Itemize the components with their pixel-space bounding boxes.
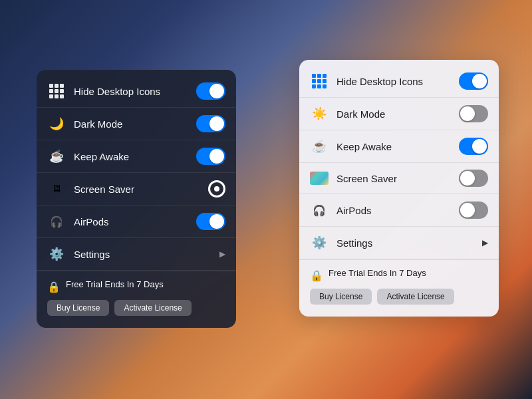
light-dark-mode-label: Dark Mode	[336, 108, 459, 120]
light-airpods-toggle[interactable]	[459, 201, 488, 219]
gear-light-icon: ⚙️	[310, 233, 329, 252]
dark-screen-saver-row: 🖥 Screen Saver	[37, 173, 236, 205]
light-hide-desktop-toggle[interactable]	[459, 72, 488, 90]
grid-icon	[47, 82, 66, 100]
dark-screen-saver-radio[interactable]	[208, 180, 225, 198]
dark-dark-mode-label: Dark Mode	[74, 118, 196, 130]
dark-keep-awake-toggle[interactable]	[196, 148, 225, 165]
light-hide-desktop-label: Hide Desktop Icons	[336, 76, 459, 87]
moon-icon: 🌙	[47, 114, 66, 133]
dark-panel: Hide Desktop Icons 🌙 Dark Mode ☕ Keep Aw…	[37, 70, 236, 328]
light-screen-saver-label: Screen Saver	[336, 173, 459, 184]
monitor-icon: 🖥	[47, 180, 66, 198]
dark-hide-desktop-label: Hide Desktop Icons	[74, 86, 196, 97]
light-keep-awake-label: Keep Awake	[336, 141, 459, 152]
light-settings-row[interactable]: ⚙️ Settings ▶	[299, 227, 499, 259]
light-trial-section: 🔒 Free Trial Ends In 7 Days Buy License …	[299, 259, 499, 311]
light-hide-desktop-row: Hide Desktop Icons	[299, 65, 499, 98]
dark-hide-desktop-row: Hide Desktop Icons	[37, 75, 236, 108]
gear-dark-icon: ⚙️	[47, 245, 66, 263]
airpods-dark-icon: 🎧	[47, 212, 66, 231]
dark-settings-label: Settings	[74, 249, 219, 260]
grid-light-icon	[310, 72, 329, 90]
dark-settings-chevron: ▶	[219, 249, 225, 259]
dark-hide-desktop-toggle[interactable]	[196, 82, 225, 100]
airpods-light-icon: 🎧	[310, 201, 329, 219]
dark-airpods-toggle[interactable]	[196, 213, 225, 230]
dark-airpods-row: 🎧 AirPods	[37, 205, 236, 238]
light-lock-icon: 🔒	[310, 269, 323, 282]
dark-trial-buttons: Buy License Activate License	[47, 300, 192, 316]
dark-keep-awake-label: Keep Awake	[74, 151, 196, 162]
light-trial-title: Free Trial Ends In 7 Days	[329, 268, 426, 278]
light-dark-mode-toggle[interactable]	[459, 105, 488, 122]
dark-buy-license-button[interactable]: Buy License	[47, 300, 109, 316]
dark-activate-license-button[interactable]: Activate License	[114, 300, 191, 316]
dark-keep-awake-row: ☕ Keep Awake	[37, 140, 236, 173]
coffee-icon: ☕	[47, 147, 66, 166]
light-keep-awake-toggle[interactable]	[459, 138, 488, 155]
dark-lock-icon: 🔒	[47, 281, 61, 293]
light-airpods-row: 🎧 AirPods	[299, 194, 499, 227]
light-trial-buttons: Buy License Activate License	[310, 289, 454, 305]
dark-trial-title: Free Trial Ends In 7 Days	[66, 279, 164, 289]
light-screen-saver-row: Screen Saver	[299, 163, 499, 194]
dark-screen-saver-label: Screen Saver	[74, 184, 208, 195]
light-dark-mode-row: ☀️ Dark Mode	[299, 98, 499, 130]
coffee-light-icon: ☕	[310, 137, 329, 156]
light-keep-awake-row: ☕ Keep Awake	[299, 130, 499, 163]
dark-dark-mode-row: 🌙 Dark Mode	[37, 108, 236, 140]
dark-trial-section: 🔒 Free Trial Ends In 7 Days Buy License …	[37, 271, 236, 323]
light-screen-saver-toggle[interactable]	[459, 170, 488, 187]
sun-icon: ☀️	[310, 104, 329, 123]
light-buy-license-button[interactable]: Buy License	[310, 289, 372, 305]
dark-airpods-label: AirPods	[74, 216, 196, 227]
dark-settings-row[interactable]: ⚙️ Settings ▶	[37, 238, 236, 271]
light-settings-label: Settings	[336, 237, 482, 249]
screen-saver-icon	[310, 172, 329, 185]
light-panel: Hide Desktop Icons ☀️ Dark Mode ☕ Keep A…	[299, 60, 499, 317]
light-settings-chevron: ▶	[482, 238, 488, 247]
light-activate-license-button[interactable]: Activate License	[377, 289, 454, 305]
light-airpods-label: AirPods	[336, 205, 459, 216]
dark-dark-mode-toggle[interactable]	[196, 115, 225, 132]
